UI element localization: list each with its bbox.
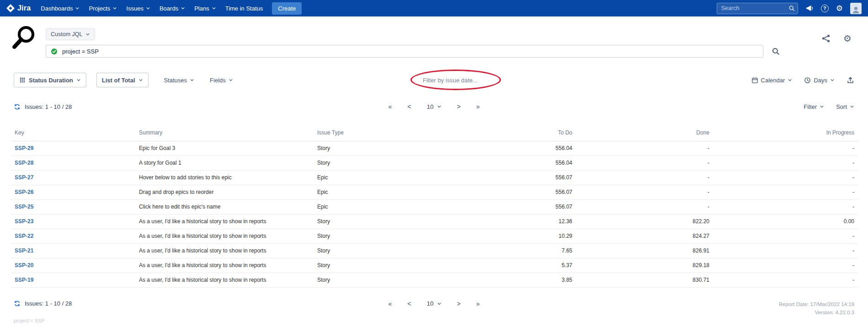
report-type-button[interactable]: Status Duration — [14, 73, 86, 87]
refresh-icon[interactable] — [14, 103, 21, 110]
page-size-select[interactable]: 10 — [426, 103, 441, 110]
table-row: SSP-21 As a user, I'd like a historical … — [11, 243, 858, 258]
settings-gear-icon[interactable]: ⚙ — [843, 34, 852, 43]
report-meta: Report Date: 17/Mar/2022 14:19 Version: … — [779, 301, 854, 317]
done-value: 830.71 — [576, 273, 713, 287]
issue-key-link[interactable]: SSP-25 — [15, 204, 33, 210]
done-value: - — [576, 199, 713, 214]
table-row: SSP-20 As a user, I'd like a historical … — [11, 258, 858, 273]
inprogress-value: - — [713, 258, 858, 273]
issue-key-link[interactable]: SSP-23 — [15, 218, 33, 225]
issue-summary: Drag and drop epics to reorder — [135, 185, 314, 199]
chevron-down-icon — [181, 6, 185, 11]
issue-summary: A story for Goal 1 — [135, 156, 314, 170]
col-header-summary: Summary — [135, 124, 314, 141]
col-header-key: Key — [11, 124, 135, 141]
user-avatar[interactable] — [850, 3, 862, 14]
issue-summary: Click here to edit this epic's name — [135, 199, 314, 214]
nav-item-label: Plans — [194, 5, 209, 12]
jql-query-input[interactable] — [61, 48, 758, 55]
view-mode-label: List of Total — [102, 77, 135, 84]
done-value: 822.20 — [576, 214, 713, 229]
statuses-dropdown[interactable]: Statuses — [164, 77, 195, 84]
issue-key-link[interactable]: SSP-28 — [15, 160, 33, 166]
first-page-button[interactable]: « — [389, 300, 392, 307]
refresh-icon[interactable] — [14, 300, 21, 307]
nav-item-label: Dashboards — [41, 5, 73, 12]
last-page-button[interactable]: » — [476, 300, 480, 307]
prev-page-button[interactable]: < — [407, 103, 411, 110]
announcements-icon[interactable] — [805, 4, 814, 12]
prev-page-button[interactable]: < — [407, 300, 411, 307]
nav-item-label: Boards — [160, 5, 178, 12]
fields-dropdown[interactable]: Fields — [210, 77, 233, 84]
jira-mark-icon — [6, 4, 15, 12]
calendar-label: Calendar — [761, 77, 785, 84]
issue-type: Epic — [314, 185, 434, 199]
create-button[interactable]: Create — [272, 2, 302, 15]
statuses-label: Statuses — [164, 77, 187, 84]
report-version: Version: 4.22.0.3 — [779, 309, 854, 317]
issue-key-link[interactable]: SSP-27 — [15, 174, 33, 181]
table-row: SSP-22 As a user, I'd like a historical … — [11, 229, 858, 243]
page-size-select[interactable]: 10 — [426, 300, 441, 307]
nav-item-projects[interactable]: Projects — [84, 0, 122, 16]
issue-key-link[interactable]: SSP-26 — [15, 189, 33, 195]
issue-key-link[interactable]: SSP-29 — [15, 145, 33, 151]
issue-key-link[interactable]: SSP-19 — [15, 277, 33, 283]
issue-summary: As a user, I'd like a historical story t… — [135, 243, 314, 258]
issue-key-link[interactable]: SSP-22 — [15, 233, 33, 239]
todo-value: 556.04 — [434, 156, 576, 170]
search-icon[interactable] — [788, 5, 795, 11]
issue-summary: As a user, I'd like a historical story t… — [135, 229, 314, 243]
nav-item-plans[interactable]: Plans — [190, 0, 221, 16]
jql-valid-check-icon — [51, 48, 58, 55]
jira-logo[interactable]: Jira — [6, 4, 31, 12]
todo-value: 556.07 — [434, 185, 576, 199]
jql-mode-button[interactable]: Custom JQL — [46, 28, 95, 40]
issue-summary: Epic for Goal 3 — [135, 141, 314, 156]
filter-dropdown[interactable]: Filter — [804, 103, 824, 110]
unit-dropdown[interactable]: Days — [804, 77, 835, 84]
todo-value: 5.37 — [434, 258, 576, 273]
toolbar-right: Calendar Days — [751, 76, 854, 84]
inprogress-value: - — [713, 170, 858, 185]
inprogress-value: - — [713, 243, 858, 258]
done-value: - — [576, 141, 713, 156]
help-icon[interactable]: ? — [821, 5, 829, 12]
pagination-top: « < 10 > » — [389, 103, 480, 110]
issue-key-link[interactable]: SSP-20 — [15, 262, 33, 269]
issues-table: Key Summary Issue Type To Do Done In Pro… — [11, 124, 858, 288]
main-menu: Dashboards Projects Issues Boards Plans … — [36, 0, 267, 16]
last-page-button[interactable]: » — [476, 103, 480, 110]
nav-item-issues[interactable]: Issues — [122, 0, 155, 16]
view-mode-button[interactable]: List of Total — [96, 73, 149, 87]
todo-value: 556.07 — [434, 199, 576, 214]
table-row: SSP-25 Click here to edit this epic's na… — [11, 199, 858, 214]
first-page-button[interactable]: « — [389, 103, 392, 110]
issue-key-link[interactable]: SSP-21 — [15, 247, 33, 254]
inprogress-value: - — [713, 273, 858, 287]
share-icon[interactable] — [821, 34, 831, 43]
issue-type: Story — [314, 156, 434, 170]
calendar-dropdown[interactable]: Calendar — [751, 77, 793, 84]
global-search-input[interactable] — [717, 3, 798, 14]
issue-date-filter[interactable]: Filter by issue date... — [423, 77, 478, 84]
chevron-down-icon — [190, 78, 194, 82]
admin-gear-icon[interactable]: ⚙ — [836, 5, 843, 12]
results-bar-bottom: Issues: 1 - 10 / 28 « < 10 > » Report Da… — [0, 288, 868, 316]
nav-item-time-in-status[interactable]: Time in Status — [221, 0, 268, 16]
chevron-down-icon — [820, 104, 824, 109]
nav-item-boards[interactable]: Boards — [155, 0, 190, 16]
app-logo-search-icon — [10, 24, 37, 51]
inprogress-value: - — [713, 229, 858, 243]
export-icon[interactable] — [847, 76, 854, 84]
next-page-button[interactable]: > — [457, 300, 461, 307]
nav-item-label: Issues — [126, 5, 144, 12]
table-row: SSP-28 A story for Goal 1 Story 556.04 -… — [11, 156, 858, 170]
sort-dropdown[interactable]: Sort — [836, 103, 854, 110]
nav-item-dashboards[interactable]: Dashboards — [36, 0, 84, 16]
col-header-inprogress: In Progress — [713, 124, 858, 141]
next-page-button[interactable]: > — [457, 103, 461, 110]
run-search-icon[interactable] — [772, 47, 780, 55]
